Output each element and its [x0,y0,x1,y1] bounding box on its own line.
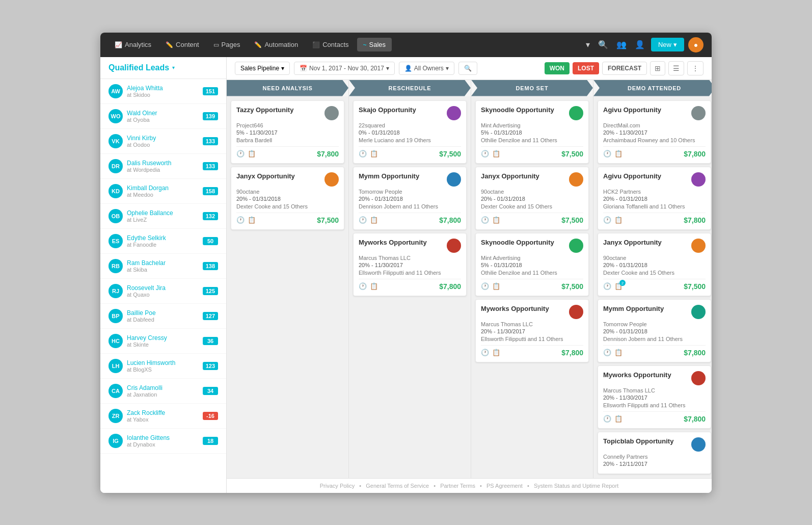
sidebar-item[interactable]: BP Baillie Poe at Dabfeed 127 [100,304,226,329]
content-icon: ✏️ [166,41,173,48]
card-company: Connelly Partners [603,454,706,460]
sidebar-person-name: Wald Olner [127,110,199,117]
footer-link[interactable]: General Terms of Service [366,483,429,489]
search-filter[interactable]: 🔍 [458,62,477,75]
pipeline-select[interactable]: Sales Pipeline ▾ [235,62,290,75]
kanban-card-myworks2[interactable]: Myworks Opportunity Marcus Thomas LLC 20… [475,299,589,362]
sidebar-item[interactable]: DR Dalis Ruseworth at Wordpedia 133 [100,154,226,179]
owner-filter[interactable]: 👤 All Owners ▾ [399,62,454,75]
sidebar-avatar: RJ [109,284,123,298]
card-avatar [447,172,461,187]
nav-item-contacts[interactable]: ⬛ Contacts [306,38,355,51]
kanban-card-mymm1[interactable]: Mymm Opportunity Tomorrow People 20% - 0… [353,167,467,230]
sidebar-person-company: at Jaxnation [127,391,199,398]
kanban-card-agivu2[interactable]: Agivu Opportunity HCK2 Partners 20% - 01… [598,167,711,230]
sidebar-item[interactable]: KD Kimball Dorgan at Meedoo 158 [100,179,226,204]
sidebar-item[interactable]: CA Cris Adamolli at Jaxnation 34 [100,379,226,404]
card-avatar [569,305,583,319]
date-filter[interactable]: 📅 Nov 1, 2017 - Nov 30, 2017 ▾ [294,62,395,75]
kanban-card-janyx1[interactable]: Janyx Opportunity 90octane 20% - 01/31/2… [231,167,344,230]
sidebar-item[interactable]: RB Ram Bachelar at Skiba 138 [100,254,226,279]
kanban-card-tazzy[interactable]: Tazzy Opportunity Project646 5% - 11/30/… [231,100,344,164]
sidebar-person-name: Alejoa Whitta [127,85,199,92]
kanban-card-skajo[interactable]: Skajo Opportunity 22squared 0% - 01/31/2… [353,100,467,164]
grid-view-btn[interactable]: ⊞ [650,61,665,75]
user-btn[interactable]: 👤 [633,38,647,51]
kanban-card-mymm2[interactable]: Mymm Opportunity Tomorrow People 20% - 0… [598,299,711,362]
sidebar-avatar: HC [109,334,123,348]
sidebar-person-info: Iolanthe Gittens at Dynabox [127,434,199,448]
card-assignee: Dexter Cooke and 15 Others [481,203,583,209]
dropdown-btn[interactable]: ▾ [584,38,592,51]
footer-link[interactable]: PS Agreement [486,483,523,489]
sidebar-item[interactable]: IG Iolanthe Gittens at Dynabox 18 [100,429,226,454]
kanban-card-janyx3[interactable]: Janyx Opportunity 90octane 20% - 01/31/2… [598,233,711,296]
sidebar-item[interactable]: WO Wald Olner at Oyoba 139 [100,104,226,129]
sidebar-badge: 50 [203,237,218,245]
kanban-card-skynoodle1[interactable]: Skynoodle Opportunity Mint Advertising 5… [475,100,589,164]
card-assignee: Barbra Bardell [236,137,339,143]
footer-link[interactable]: System Status and Uptime Report [534,483,618,489]
sidebar-badge: 18 [203,437,218,445]
won-button[interactable]: WON [545,62,570,74]
lost-button[interactable]: LOST [573,62,599,74]
footer-link[interactable]: Partner Terms [440,483,475,489]
card-details: 20% - 11/30/2017 [359,262,461,268]
sidebar-person-name: Dalis Ruseworth [127,160,199,167]
sidebar-person-name: Cris Adamolli [127,384,199,391]
sidebar-item[interactable]: VK Vinni Kirby at Oodoo 133 [100,129,226,154]
kanban-card-myworks3[interactable]: Myworks Opportunity Marcus Thomas LLC 20… [598,365,711,429]
kanban-card-janyx2[interactable]: Janyx Opportunity 90octane 20% - 01/31/2… [475,167,589,230]
sidebar-item[interactable]: LH Lucien Himsworth at BlogXS 123 [100,354,226,379]
nav-item-automation[interactable]: ✏️ Automation [248,38,304,51]
clock-icon: 🕐 [481,282,489,290]
card-footer: 🕐 📋 $7,800 [236,146,339,158]
kanban-card-topicblab[interactable]: Topicblab Opportunity Connelly Partners … [598,432,711,474]
sidebar-person-name: Kimball Dorgan [127,185,199,192]
sidebar-item[interactable]: RJ Roosevelt Jira at Quaxo 125 [100,279,226,304]
card-assignee: Ellsworth Filipputti and 11 Others [603,402,706,408]
kanban-card-myworks1[interactable]: Myworks Opportunity Marcus Thomas LLC 20… [353,233,467,296]
user-icon: 👤 [404,65,412,72]
nav-item-sales[interactable]: ~ Sales [357,38,392,51]
card-amount: $7,800 [317,150,339,158]
card-amount: $7,500 [439,150,461,158]
card-company: Marcus Thomas LLC [359,255,461,261]
sidebar-person-name: Harvey Cressy [127,334,199,342]
kanban-card-skynoodle2[interactable]: Skynoodle Opportunity Mint Advertising 5… [475,233,589,296]
card-details: 5% - 01/31/2018 [481,129,583,136]
card-title: Skajo Opportunity [359,106,416,114]
card-header-row: Skynoodle Opportunity [481,239,583,253]
search-btn[interactable]: 🔍 [596,38,610,51]
sidebar-item[interactable]: HC Harvey Cressy at Skinte 36 [100,329,226,354]
sidebar-badge: 132 [203,212,218,220]
new-button[interactable]: New ▾ [651,38,684,51]
card-title: Skynoodle Opportunity [481,239,554,246]
card-title: Myworks Opportunity [359,239,427,246]
card-company: Marcus Thomas LLC [603,387,706,393]
sidebar-header[interactable]: Qualified Leads ▾ [100,57,226,79]
sidebar-item[interactable]: AW Alejoa Whitta at Skidoo 151 [100,79,226,104]
nav-item-analytics[interactable]: 📈 Analytics [109,38,157,51]
sidebar-item[interactable]: ZR Zack Rockliffe at Yabox -16 [100,404,226,429]
footer-link[interactable]: Privacy Policy [320,483,355,489]
card-title: Mymm Opportunity [603,305,664,312]
sidebar-title: Qualified Leads [109,63,169,72]
kanban-card-agivu1[interactable]: Agivu Opportunity DirectMail.com 20% - 1… [598,100,711,164]
owner-arrow: ▾ [446,65,449,72]
nav-item-pages[interactable]: ▭ Pages [207,38,247,51]
note-icon: 📋 [492,150,500,158]
card-avatar [691,106,706,120]
list-view-btn[interactable]: ☰ [668,61,684,75]
sidebar-item[interactable]: OB Ophelie Ballance at LiveZ 132 [100,204,226,229]
forecast-button[interactable]: FORECAST [602,62,647,75]
sidebar-item[interactable]: ES Edythe Selkirk at Fanoodle 50 [100,229,226,254]
nav-item-content[interactable]: ✏️ Content [159,38,205,51]
card-title: Topicblab Opportunity [603,437,673,445]
kanban-column-demo_attended: DEMO ATTENDED Agivu Opportunity DirectMa… [593,80,712,478]
sidebar-person-name: Roosevelt Jira [127,284,199,292]
more-options-btn[interactable]: ⋮ [687,61,703,75]
users-btn[interactable]: 👥 [614,38,629,51]
avatar-button[interactable]: ● [688,37,703,52]
contacts-icon: ⬛ [312,41,320,48]
